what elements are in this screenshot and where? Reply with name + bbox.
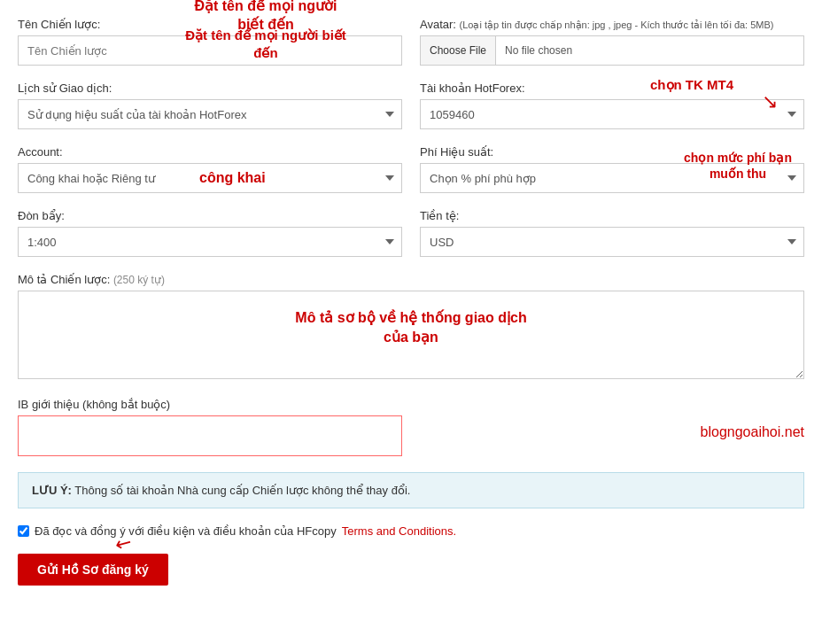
row-ten-avatar: Tên Chiến lược: Đặt tên để mọi người biế… [18, 18, 804, 66]
col-avatar: Avatar: (Loại tập tin được chấp nhận: jp… [420, 18, 804, 66]
mo-ta-row: Mô tả Chiến lược: (250 ký tự) Mô tả sơ b… [18, 273, 804, 382]
don-bay-select[interactable]: 1:400 [18, 227, 402, 257]
row-donbay-tiente: Đòn bẩy: 1:400 Tiền tệ: USD [18, 209, 804, 257]
chon-tk-annotation: chọn TK MT4 [650, 77, 733, 93]
col-tai-khoan-hotforex: Tài khoản HotForex: 1059460 chọn TK MT4 … [420, 81, 804, 129]
char-count: (250 ký tự) [113, 274, 165, 286]
ib-input[interactable]: 210753 [18, 415, 402, 456]
terms-link[interactable]: Terms and Conditions. [342, 524, 456, 538]
row-lichsu-taikhoan: Lịch sử Giao dịch: Sử dụng hiệu suất của… [18, 81, 804, 129]
ten-annotation-text: Đặt tên để mọi ngườibiết đến [173, 0, 359, 35]
col-phi-hieu-suat: Phí Hiệu suất: Chọn % phí phù hợp chọn m… [420, 145, 804, 193]
ten-chien-luoc-input[interactable] [18, 35, 402, 66]
mo-ta-textarea[interactable] [18, 291, 804, 379]
lich-su-label: Lịch sử Giao dịch: [18, 81, 402, 95]
cong-khai-annotation: công khai [199, 170, 266, 186]
col-tien-te: Tiền tệ: USD [420, 209, 804, 257]
col-ib: IB giới thiệu (không bắt buộc) 210753 [18, 398, 402, 456]
file-chosen-text: No file chosen [496, 44, 572, 57]
notice-label: LƯU Ý: [32, 484, 72, 497]
tien-te-select[interactable]: USD [420, 227, 804, 257]
file-input-wrapper: Choose File No file chosen [420, 35, 804, 66]
tai-khoan-label: Tài khoản HotForex: [420, 81, 804, 95]
don-bay-label: Đòn bẩy: [18, 209, 402, 222]
terms-text: Đã đọc và đồng ý với điều kiện và điều k… [35, 524, 337, 538]
col-lich-su: Lịch sử Giao dịch: Sử dụng hiệu suất của… [18, 81, 402, 129]
lich-su-select[interactable]: Sử dụng hiệu suất của tài khoản HotForex [18, 99, 402, 129]
row-account-phi: Account: Công khai hoặc Riêng tư công kh… [18, 145, 804, 193]
col-don-bay: Đòn bẩy: 1:400 [18, 209, 402, 257]
phi-annotation: chọn mức phí bạnmuốn thu [667, 150, 809, 182]
col-account: Account: Công khai hoặc Riêng tư công kh… [18, 145, 402, 193]
website-label: blogngoaihoi.net [420, 398, 804, 456]
terms-row: Đã đọc và đồng ý với điều kiện và điều k… [18, 524, 804, 538]
arrow-down-1: ↘ [762, 90, 778, 113]
submit-button[interactable]: Gửi Hồ Sơ đăng ký [18, 554, 168, 586]
submit-row: Gửi Hồ Sơ đăng ký ↙ [18, 554, 168, 586]
mo-ta-label: Mô tả Chiến lược: (250 ký tự) [18, 273, 804, 286]
terms-checkbox[interactable] [18, 525, 29, 537]
form-container: Tên Chiến lược: Đặt tên để mọi người biế… [18, 18, 804, 586]
notice-box: LƯU Ý: Thông số tài khoản Nhà cung cấp C… [18, 472, 804, 508]
avatar-label: Avatar: (Loại tập tin được chấp nhận: jp… [420, 18, 804, 31]
avatar-sublabel: (Loại tập tin được chấp nhận: jpg , jpeg… [460, 19, 774, 30]
notice-text: Thông số tài khoản Nhà cung cấp Chiến lư… [74, 484, 410, 497]
account-label: Account: [18, 145, 402, 159]
tai-khoan-select[interactable]: 1059460 [420, 99, 804, 129]
ib-label: IB giới thiệu (không bắt buộc) [18, 398, 402, 411]
tien-te-label: Tiền tệ: [420, 209, 804, 222]
choose-file-button[interactable]: Choose File [421, 36, 496, 65]
row-ib-website: IB giới thiệu (không bắt buộc) 210753 bl… [18, 398, 804, 456]
